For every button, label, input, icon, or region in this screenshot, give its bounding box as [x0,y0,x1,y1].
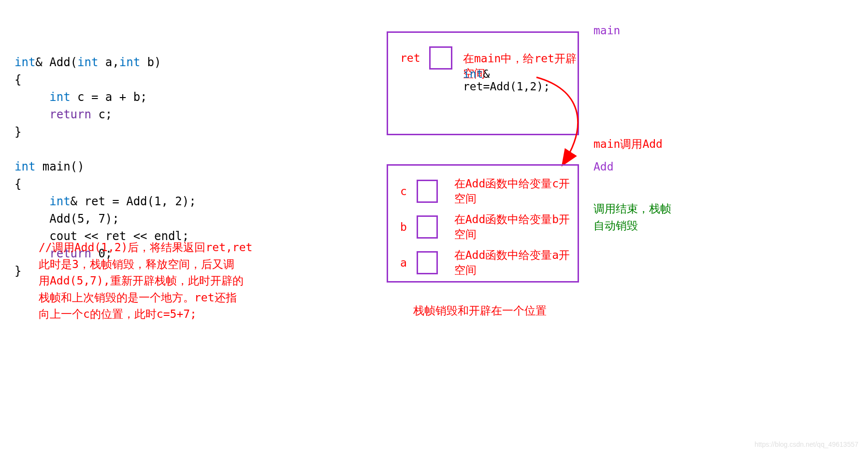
call-arrow [532,75,628,171]
b-desc: 在Add函数中给变量b开空间 [454,212,578,242]
kw-int: int [14,56,35,69]
a-label: a [400,256,408,269]
ret-box [429,46,452,70]
c-desc: 在Add函数中给变量c开空间 [454,176,578,206]
bottom-note: 栈帧销毁和开辟在一个位置 [413,303,547,318]
a-desc: 在Add函数中给变量a开空间 [454,248,578,278]
ret-label: ret [400,52,420,64]
b-box [417,215,438,239]
inline-int: int [463,68,483,80]
b-label: b [400,221,408,233]
call-label: main调用Add [593,137,663,152]
c-label: c [400,185,408,198]
a-box [417,251,438,274]
c-box [417,180,438,203]
kw-return: return [49,108,91,121]
comment-explanation: //调用Add(1,2)后，将结果返回ret,ret 此时是3，栈帧销毁，释放空… [39,239,252,323]
add-frame-title: Add [593,160,614,173]
watermark: https://blog.csdn.net/qq_49613557 [754,440,858,448]
add-stack-frame: c 在Add函数中给变量c开空间 b 在Add函数中给变量b开空间 a 在Add… [387,164,579,283]
destroy-note: 调用结束，栈帧 自动销毁 [593,200,671,234]
main-frame-title: main [593,24,620,37]
